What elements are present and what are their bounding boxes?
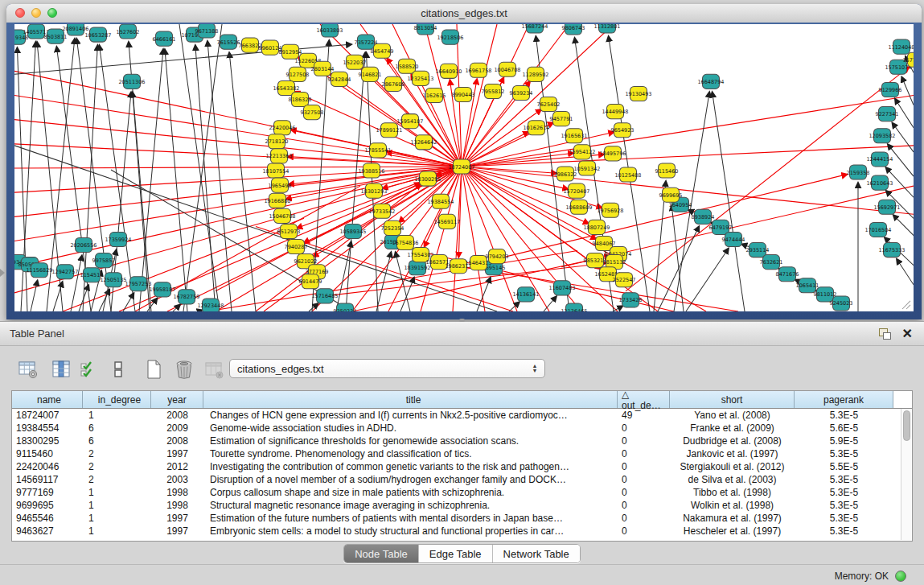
network-node[interactable]: 19756928 [597, 203, 623, 217]
table-row[interactable]: 969969511998Structural magnetic resonanc… [12, 499, 912, 512]
tab-edge-table[interactable]: Edge Table [419, 545, 493, 562]
delete-trash-button[interactable] [171, 356, 197, 382]
column-header-pagerank[interactable]: pagerank [795, 391, 893, 408]
network-node[interactable]: 7955812 [482, 84, 505, 98]
tab-node-table[interactable]: Node Table [344, 545, 419, 562]
column-header-in_degree[interactable]: in_degree [83, 391, 151, 408]
network-node[interactable]: 9853211 [584, 253, 607, 268]
table-cell[interactable]: Structural magnetic resonance image aver… [203, 499, 618, 512]
table-cell[interactable]: 5.5E-5 [795, 460, 893, 473]
network-node[interactable]: 8186328 [289, 92, 312, 106]
table-cell[interactable]: Yano et al. (2008) [670, 409, 795, 422]
network-node[interactable]: 8454749 [371, 43, 394, 58]
network-node[interactable]: 12505135 [100, 273, 126, 287]
table-cell[interactable]: Estimation of the future numbers of pati… [203, 512, 618, 525]
column-header-out_de[interactable]: △ out_de… [618, 391, 670, 408]
network-node[interactable]: 9129966 [879, 82, 902, 97]
network-node[interactable]: 7252354 [381, 220, 405, 235]
table-selector-combobox[interactable]: citations_edges.txt ▲▼ [229, 359, 545, 378]
zoom-window-button[interactable] [47, 8, 57, 18]
table-cell[interactable]: Dudbridge et al. (2008) [670, 435, 795, 447]
network-node[interactable]: 15954107 [396, 114, 423, 129]
table-cell[interactable]: 0 [618, 473, 670, 486]
table-cell[interactable]: 2008 [151, 435, 203, 447]
network-node[interactable]: 9699695 [659, 187, 683, 202]
network-node[interactable]: 8938924 [692, 209, 715, 224]
network-node[interactable]: 12444154 [866, 152, 893, 167]
network-node[interactable]: 9227341 [876, 107, 899, 122]
table-cell[interactable]: Tourette syndrome. Phenomenology and cla… [203, 447, 618, 460]
network-node[interactable]: 2803144 [311, 61, 335, 76]
column-header-short[interactable]: short [670, 391, 795, 408]
network-node[interactable]: 18107554 [262, 163, 289, 178]
network-node[interactable]: 2867608 [382, 76, 405, 91]
table-cell[interactable]: 1 [83, 525, 151, 538]
network-node[interactable]: 2718120 [265, 134, 289, 149]
resize-grip-icon[interactable] [902, 301, 910, 309]
table-cell[interactable]: 0 [618, 525, 670, 538]
table-row[interactable]: 977716911998Corpus callosum shape and si… [12, 486, 912, 499]
network-node[interactable]: 9245023 [830, 296, 853, 311]
table-cell[interactable]: 5.3E-5 [795, 525, 893, 538]
delete-table-button[interactable] [201, 356, 227, 382]
network-node[interactable]: 10046708 [494, 62, 520, 76]
table-cell[interactable]: 1 [83, 512, 151, 525]
table-scrollbar-thumb[interactable] [903, 410, 910, 441]
network-node[interactable]: 8813054 [414, 24, 437, 35]
table-cell[interactable]: 0 [618, 486, 670, 499]
network-node[interactable]: 20206556 [70, 237, 97, 252]
network-node[interactable]: 7632621 [760, 255, 783, 270]
table-cell[interactable]: 5.3E-5 [795, 512, 893, 525]
table-cell[interactable]: 9463627 [12, 525, 83, 538]
network-node[interactable]: 17855541 [364, 143, 391, 158]
table-cell[interactable]: 2 [83, 447, 151, 460]
network-node[interactable]: 1965498 [269, 178, 292, 192]
network-node[interactable]: 1733426 [619, 293, 643, 307]
table-cell[interactable]: 0 [618, 447, 670, 460]
network-node[interactable]: 22420046 [269, 121, 295, 135]
network-node[interactable]: 1065411 [796, 278, 819, 293]
new-table-button[interactable] [141, 356, 166, 382]
table-cell[interactable]: 0 [618, 499, 670, 512]
network-node[interactable]: 16033803 [316, 24, 343, 37]
table-cell[interactable]: 2003 [151, 473, 203, 486]
table-row[interactable]: 1938455462009Genome-wide association stu… [12, 422, 912, 435]
network-node[interactable]: 9146821 [359, 67, 382, 81]
table-cell[interactable]: 0 [618, 460, 670, 473]
table-row[interactable]: 946362711997Embryonic stem cells: a mode… [12, 525, 912, 538]
table-cell[interactable]: Franke et al. (2009) [670, 422, 795, 435]
table-cell[interactable]: 6 [83, 422, 151, 435]
network-node[interactable]: 19130493 [625, 86, 651, 101]
network-node[interactable]: 17359924 [105, 232, 131, 246]
close-window-button[interactable] [15, 8, 25, 18]
network-node[interactable]: 9457791 [550, 112, 573, 126]
table-cell[interactable]: 14569117 [12, 473, 83, 486]
network-node[interactable]: 19958187 [149, 282, 175, 297]
network-node[interactable]: 9350234 [334, 303, 357, 311]
table-cell[interactable]: Corpus callosum shape and size in male p… [203, 486, 618, 499]
table-cell[interactable]: 6 [83, 435, 151, 447]
network-node[interactable]: 9115460 [655, 163, 679, 178]
network-node[interactable]: 20511306 [118, 74, 145, 89]
network-node[interactable]: 14569117 [433, 214, 460, 229]
network-node[interactable]: 17899121 [376, 123, 402, 138]
table-cell[interactable]: 18300295 [12, 435, 83, 447]
table-cell[interactable]: 5.3E-5 [795, 447, 893, 460]
network-node[interactable]: 7940287 [285, 239, 308, 253]
network-node[interactable]: 12136465 [561, 303, 587, 311]
network-node[interactable]: 11289502 [522, 67, 548, 81]
table-cell[interactable]: Stergiakouli et al. (2012) [670, 460, 795, 473]
table-row[interactable]: 1456911722003Disruption of a novel membe… [12, 473, 912, 486]
select-rows-button[interactable] [76, 356, 102, 382]
network-node[interactable]: 19733542 [368, 204, 395, 218]
network-node[interactable]: 7615526 [217, 35, 240, 49]
network-node[interactable]: 19218506 [437, 30, 463, 44]
table-cell[interactable]: Genome-wide association studies in ADHD. [203, 422, 618, 435]
column-header-name[interactable]: name [12, 391, 83, 408]
table-cell[interactable]: 49 [618, 409, 670, 422]
network-node[interactable]: 1527602 [117, 24, 140, 39]
column-header-year[interactable]: year [151, 391, 203, 408]
network-node[interactable]: 6512973 [277, 224, 301, 238]
network-node[interactable]: 8990443 [452, 87, 475, 101]
network-node[interactable]: 11312801 [593, 24, 620, 33]
